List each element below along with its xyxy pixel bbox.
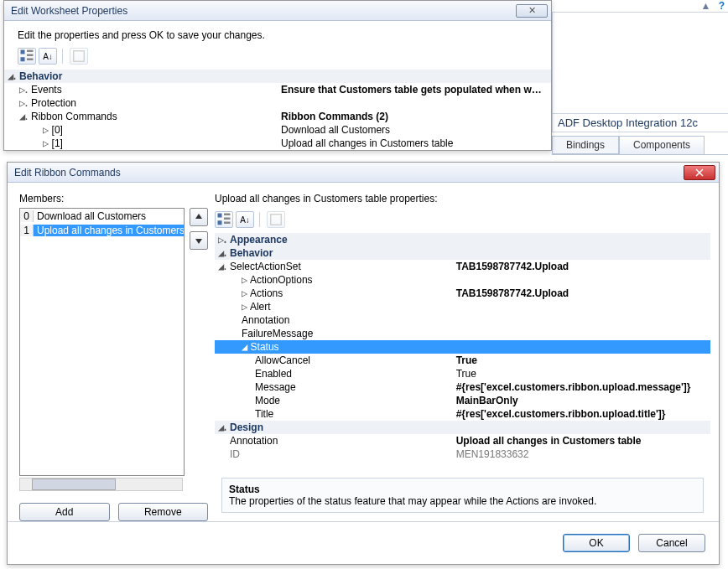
properties-header: Upload all changes in Customers table pr… xyxy=(215,193,710,204)
list-item[interactable]: 1 Upload all changes in Customers xyxy=(20,223,184,237)
property-pages-icon xyxy=(70,48,88,65)
window-title: Edit Ribbon Commands xyxy=(11,167,121,178)
prop-ribbon-1-val: Upload all changes in Customers table xyxy=(278,137,551,150)
close-button[interactable] xyxy=(684,165,715,180)
prop-events[interactable]: Events xyxy=(28,83,278,96)
collapse-icon[interactable]: ◢ xyxy=(215,246,226,260)
collapse-icon[interactable]: ◢ xyxy=(242,341,247,353)
prop-selectactionset[interactable]: SelectActionSet xyxy=(226,260,453,273)
prop-allowcancel[interactable]: AllowCancel xyxy=(226,354,453,367)
expand-icon[interactable]: ▷ xyxy=(43,124,49,136)
side-panel-header: ADF Desktop Integration 12c xyxy=(552,114,728,132)
category-appearance: Appearance xyxy=(226,233,710,246)
cancel-button[interactable]: Cancel xyxy=(638,534,705,552)
tab-bindings[interactable]: Bindings xyxy=(552,136,619,154)
prop-ribbon-commands[interactable]: Ribbon Commands xyxy=(28,110,278,123)
collapse-icon[interactable]: ◢ xyxy=(215,260,226,273)
prop-value[interactable]: True xyxy=(453,354,710,367)
svg-rect-10 xyxy=(224,222,231,225)
collapse-icon[interactable]: ◢ xyxy=(4,70,16,83)
members-list[interactable]: 0 Download all Customers 1 Upload all ch… xyxy=(19,208,185,476)
prop-annotation[interactable]: Annotation xyxy=(226,313,453,327)
add-button[interactable]: Add xyxy=(19,503,110,521)
prop-value[interactable]: #{res['excel.customers.ribbon.upload.mes… xyxy=(453,380,710,394)
help-icon[interactable]: ? xyxy=(719,0,725,12)
prop-design-annotation[interactable]: Annotation xyxy=(226,434,453,447)
svg-rect-0 xyxy=(21,50,25,54)
collapse-icon[interactable]: ◢ xyxy=(16,110,28,123)
collapse-icon[interactable]: ◢ xyxy=(215,421,226,434)
prop-title[interactable]: Title xyxy=(226,407,453,421)
prop-value[interactable]: Upload all changes in Customers table xyxy=(453,434,710,447)
prop-ribbon-commands-val: Ribbon Commands (2) xyxy=(278,110,551,123)
prop-value[interactable]: True xyxy=(453,367,710,380)
svg-rect-8 xyxy=(224,214,231,216)
alphabetical-icon[interactable]: A↓ xyxy=(236,211,254,228)
prop-value[interactable]: MainBarOnly xyxy=(453,394,710,407)
list-item[interactable]: 0 Download all Customers xyxy=(20,209,184,223)
prop-enabled[interactable]: Enabled xyxy=(226,367,453,380)
expand-icon[interactable]: ▷ xyxy=(215,233,226,246)
property-grid[interactable]: ◢Behavior ▷EventsEnsure that Customers t… xyxy=(4,70,551,150)
prop-alert[interactable]: Alert xyxy=(250,301,271,313)
prop-failuremessage[interactable]: FailureMessage xyxy=(226,327,453,340)
ok-button[interactable]: OK xyxy=(563,534,630,552)
svg-rect-6 xyxy=(218,214,222,218)
alphabetical-icon[interactable]: A↓ xyxy=(39,48,57,65)
list-index: 0 xyxy=(20,210,34,222)
svg-rect-2 xyxy=(27,50,34,53)
close-button[interactable]: ✕ xyxy=(516,4,548,18)
list-label: Download all Customers xyxy=(34,210,184,222)
expand-icon[interactable]: ▷ xyxy=(242,301,247,313)
expand-icon[interactable]: ▷ xyxy=(242,287,247,299)
svg-rect-7 xyxy=(218,220,222,225)
svg-rect-5 xyxy=(74,51,85,62)
prop-actionoptions[interactable]: ActionOptions xyxy=(250,274,313,286)
help-title: Status xyxy=(229,484,696,495)
expand-icon[interactable]: ▷ xyxy=(242,274,247,286)
subtitle: Edit the properties and press OK to save… xyxy=(4,21,551,44)
categorized-icon[interactable] xyxy=(18,48,36,65)
window-worksheet-props: Edit Worksheet Properties ✕ Edit the pro… xyxy=(3,0,552,151)
categorized-icon[interactable] xyxy=(215,211,233,228)
move-down-button[interactable] xyxy=(190,231,208,250)
chevron-up-icon[interactable]: ▲ xyxy=(700,0,710,12)
prop-value[interactable]: TAB1598787742.Upload xyxy=(453,287,710,300)
list-index: 1 xyxy=(20,225,34,236)
svg-rect-9 xyxy=(224,218,231,220)
prop-mode[interactable]: Mode xyxy=(226,394,453,407)
prop-events-val: Ensure that Customers table gets populat… xyxy=(278,83,551,96)
category-design: Design xyxy=(226,421,710,434)
list-label: Upload all changes in Customers xyxy=(34,225,184,236)
prop-ribbon-0[interactable]: [0] xyxy=(52,124,63,136)
svg-rect-3 xyxy=(27,54,34,57)
prop-ribbon-1[interactable]: [1] xyxy=(52,137,63,149)
svg-rect-4 xyxy=(27,59,34,61)
remove-button[interactable]: Remove xyxy=(118,503,209,521)
prop-id: ID xyxy=(226,447,453,461)
prop-value[interactable]: TAB1598787742.Upload xyxy=(453,260,710,273)
expand-icon[interactable]: ▷ xyxy=(43,137,49,149)
expand-icon[interactable]: ▷ xyxy=(16,96,28,110)
hscroll[interactable] xyxy=(19,478,183,491)
category-behavior: Behavior xyxy=(226,246,710,260)
prop-message[interactable]: Message xyxy=(226,380,453,394)
property-grid[interactable]: ▷Appearance ◢Behavior ◢SelectActionSetTA… xyxy=(215,233,710,461)
prop-protection[interactable]: Protection xyxy=(28,96,278,110)
prop-status[interactable]: Status xyxy=(251,341,279,353)
move-up-button[interactable] xyxy=(190,208,208,226)
category-behavior: Behavior xyxy=(16,70,551,83)
svg-rect-11 xyxy=(271,215,282,225)
tab-components[interactable]: Components xyxy=(619,136,705,154)
window-ribbon-commands: Edit Ribbon Commands Members: 0 Download… xyxy=(7,162,720,565)
prop-actions[interactable]: Actions xyxy=(250,287,283,299)
svg-rect-1 xyxy=(21,57,25,61)
members-label: Members: xyxy=(19,193,208,204)
prop-ribbon-0-val: Download all Customers xyxy=(278,123,551,137)
prop-value[interactable]: #{res['excel.customers.ribbon.upload.tit… xyxy=(453,407,710,421)
property-pages-icon xyxy=(267,211,285,228)
prop-value: MEN191833632 xyxy=(453,447,710,461)
expand-icon[interactable]: ▷ xyxy=(16,83,28,96)
window-title: Edit Worksheet Properties xyxy=(8,5,127,17)
help-text: The properties of the status feature tha… xyxy=(229,495,696,507)
